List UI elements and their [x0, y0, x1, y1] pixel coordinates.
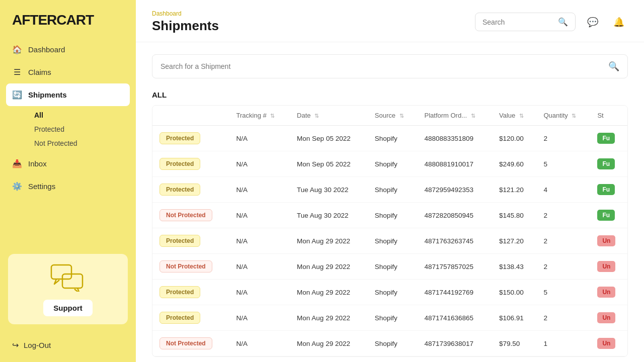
cell-platform-order: 4871744192769 — [418, 280, 492, 305]
sidebar-item-dashboard[interactable]: 🏠 Dashboard — [0, 38, 136, 61]
subnav-protected[interactable]: Protected — [28, 122, 136, 136]
support-chat-icon — [50, 264, 86, 292]
cell-platform-order: 4871757857025 — [418, 254, 492, 280]
sidebar-item-label: Settings — [28, 182, 55, 191]
cell-quantity: 5 — [536, 151, 590, 177]
cell-protection: Not Protected — [152, 331, 229, 356]
pagination: Rows per page: 10 25 50 1–10 of 67 ⏮ ‹ ›… — [152, 357, 628, 362]
cell-tracking: N/A — [229, 280, 290, 305]
shipments-table: Tracking # ⇅ Date ⇅ Source ⇅ Platform Or… — [152, 106, 627, 356]
cell-source: Shopify — [368, 203, 418, 228]
shipment-search-bar[interactable]: 🔍 — [152, 54, 628, 78]
col-header-value[interactable]: Value ⇅ — [492, 106, 536, 126]
cell-quantity: 2 — [536, 203, 590, 228]
table-row[interactable]: Not Protected N/A Tue Aug 30 2022 Shopif… — [152, 203, 627, 228]
cell-status: Fu — [590, 151, 627, 177]
cell-protection: Protected — [152, 177, 229, 203]
cell-source: Shopify — [368, 331, 418, 356]
page-title: Shipments — [152, 18, 219, 34]
main-content: Dashboard Shipments 🔍 💬 🔔 🔍 ALL — [136, 0, 644, 362]
settings-icon: ⚙️ — [12, 182, 22, 191]
cell-quantity: 2 — [536, 126, 590, 151]
col-header-status[interactable]: St — [590, 106, 627, 126]
cell-protection: Not Protected — [152, 203, 229, 228]
sidebar-item-settings[interactable]: ⚙️ Settings — [0, 175, 136, 198]
col-header-protection — [152, 106, 229, 126]
cell-status: Un — [590, 331, 627, 356]
content-area: 🔍 ALL Tracking # ⇅ Date ⇅ Source ⇅ Platf… — [136, 42, 644, 362]
shipments-table-wrapper: Tracking # ⇅ Date ⇅ Source ⇅ Platform Or… — [152, 105, 628, 357]
cell-tracking: N/A — [229, 203, 290, 228]
cell-status: Un — [590, 280, 627, 305]
cell-source: Shopify — [368, 280, 418, 305]
support-button[interactable]: Support — [43, 300, 93, 316]
table-row[interactable]: Protected N/A Mon Sep 05 2022 Shopify 48… — [152, 151, 627, 177]
shipment-search-input[interactable] — [160, 62, 603, 70]
header: Dashboard Shipments 🔍 💬 🔔 — [136, 0, 644, 42]
logout-icon: ↪ — [12, 340, 19, 350]
cell-tracking: N/A — [229, 177, 290, 203]
cell-value: $79.50 — [492, 331, 536, 356]
subnav-all[interactable]: All — [28, 108, 136, 122]
home-icon: 🏠 — [12, 45, 22, 54]
col-header-quantity[interactable]: Quantity ⇅ — [536, 106, 590, 126]
cell-platform-order: 4871741636865 — [418, 305, 492, 331]
cell-protection: Protected — [152, 151, 229, 177]
header-left: Dashboard Shipments — [152, 10, 219, 34]
status-badge: Fu — [597, 158, 615, 169]
cell-date: Mon Aug 29 2022 — [290, 280, 368, 305]
cell-protection: Protected — [152, 280, 229, 305]
messages-icon[interactable]: 💬 — [584, 13, 602, 31]
cell-status: Un — [590, 305, 627, 331]
cell-value: $145.80 — [492, 203, 536, 228]
col-header-platform-order[interactable]: Platform Ord... ⇅ — [418, 106, 492, 126]
header-search-input[interactable] — [482, 18, 554, 26]
protection-badge: Not Protected — [159, 260, 212, 273]
sidebar-item-inbox[interactable]: 📥 Inbox — [0, 152, 136, 175]
status-badge: Fu — [597, 184, 615, 195]
sidebar-item-claims[interactable]: ☰ Claims — [0, 61, 136, 83]
cell-status: Fu — [590, 126, 627, 151]
cell-date: Mon Sep 05 2022 — [290, 126, 368, 151]
status-badge: Un — [597, 261, 615, 272]
subnav-not-protected[interactable]: Not Protected — [28, 136, 136, 150]
protection-badge: Protected — [159, 158, 200, 170]
cell-source: Shopify — [368, 177, 418, 203]
table-row[interactable]: Protected N/A Mon Aug 29 2022 Shopify 48… — [152, 228, 627, 254]
cell-date: Mon Aug 29 2022 — [290, 331, 368, 356]
svg-rect-0 — [51, 265, 71, 279]
cell-platform-order: 4880883351809 — [418, 126, 492, 151]
sidebar-item-shipments[interactable]: 🔄 Shipments — [6, 83, 130, 106]
cell-quantity: 2 — [536, 305, 590, 331]
col-header-date[interactable]: Date ⇅ — [290, 106, 368, 126]
sidebar-item-label: Inbox — [28, 159, 47, 168]
svg-rect-1 — [62, 274, 83, 288]
status-badge: Fu — [597, 133, 615, 144]
sidebar-item-label: Claims — [28, 68, 51, 76]
claims-icon: ☰ — [12, 67, 22, 77]
cell-source: Shopify — [368, 254, 418, 280]
logout-button[interactable]: ↪ Log-Out — [0, 332, 136, 362]
cell-tracking: N/A — [229, 331, 290, 356]
notifications-icon[interactable]: 🔔 — [610, 13, 628, 31]
protection-badge: Protected — [159, 132, 200, 144]
table-row[interactable]: Protected N/A Mon Aug 29 2022 Shopify 48… — [152, 305, 627, 331]
cell-status: Fu — [590, 203, 627, 228]
cell-quantity: 1 — [536, 331, 590, 356]
col-header-tracking[interactable]: Tracking # ⇅ — [229, 106, 290, 126]
cell-source: Shopify — [368, 228, 418, 254]
cell-value: $106.91 — [492, 305, 536, 331]
cell-date: Tue Aug 30 2022 — [290, 203, 368, 228]
cell-status: Un — [590, 228, 627, 254]
table-row[interactable]: Not Protected N/A Mon Aug 29 2022 Shopif… — [152, 331, 627, 356]
table-row[interactable]: Protected N/A Tue Aug 30 2022 Shopify 48… — [152, 177, 627, 203]
cell-value: $138.43 — [492, 254, 536, 280]
status-badge: Fu — [597, 210, 615, 221]
table-row[interactable]: Protected N/A Mon Sep 05 2022 Shopify 48… — [152, 126, 627, 151]
table-row[interactable]: Protected N/A Mon Aug 29 2022 Shopify 48… — [152, 280, 627, 305]
cell-protection: Protected — [152, 126, 229, 151]
table-row[interactable]: Not Protected N/A Mon Aug 29 2022 Shopif… — [152, 254, 627, 280]
protection-badge: Protected — [159, 312, 200, 324]
col-header-source[interactable]: Source ⇅ — [368, 106, 418, 126]
header-search-box[interactable]: 🔍 — [475, 13, 576, 31]
